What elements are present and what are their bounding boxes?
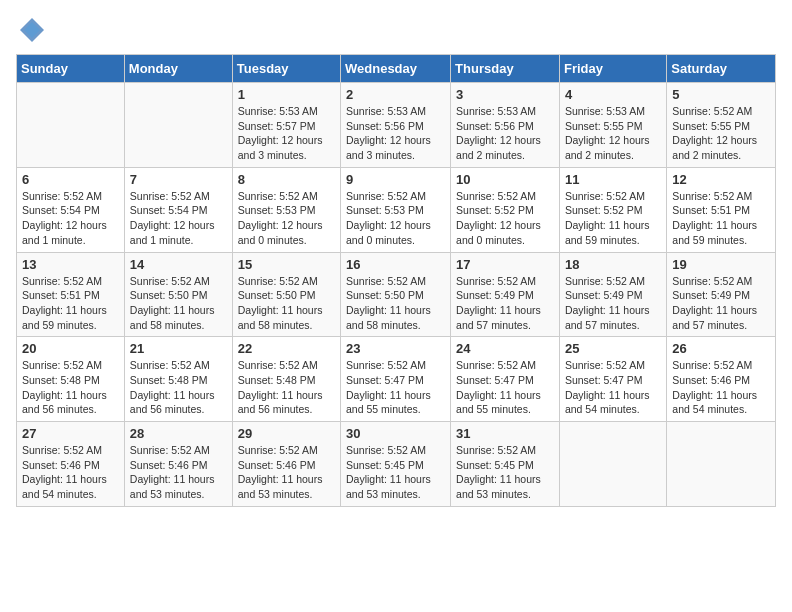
calendar-cell — [559, 422, 666, 507]
calendar-cell: 1Sunrise: 5:53 AM Sunset: 5:57 PM Daylig… — [232, 83, 340, 168]
calendar-cell: 3Sunrise: 5:53 AM Sunset: 5:56 PM Daylig… — [451, 83, 560, 168]
week-row-1: 1Sunrise: 5:53 AM Sunset: 5:57 PM Daylig… — [17, 83, 776, 168]
calendar-cell: 26Sunrise: 5:52 AM Sunset: 5:46 PM Dayli… — [667, 337, 776, 422]
calendar-cell: 16Sunrise: 5:52 AM Sunset: 5:50 PM Dayli… — [341, 252, 451, 337]
day-number: 17 — [456, 257, 554, 272]
day-number: 23 — [346, 341, 445, 356]
day-number: 25 — [565, 341, 661, 356]
calendar-cell: 15Sunrise: 5:52 AM Sunset: 5:50 PM Dayli… — [232, 252, 340, 337]
day-number: 19 — [672, 257, 770, 272]
cell-content: Sunrise: 5:52 AM Sunset: 5:51 PM Dayligh… — [22, 274, 119, 333]
week-row-5: 27Sunrise: 5:52 AM Sunset: 5:46 PM Dayli… — [17, 422, 776, 507]
day-number: 18 — [565, 257, 661, 272]
cell-content: Sunrise: 5:52 AM Sunset: 5:48 PM Dayligh… — [22, 358, 119, 417]
calendar-cell — [17, 83, 125, 168]
day-number: 15 — [238, 257, 335, 272]
day-number: 28 — [130, 426, 227, 441]
column-header-friday: Friday — [559, 55, 666, 83]
cell-content: Sunrise: 5:52 AM Sunset: 5:52 PM Dayligh… — [565, 189, 661, 248]
calendar-cell: 2Sunrise: 5:53 AM Sunset: 5:56 PM Daylig… — [341, 83, 451, 168]
day-number: 4 — [565, 87, 661, 102]
cell-content: Sunrise: 5:52 AM Sunset: 5:53 PM Dayligh… — [238, 189, 335, 248]
day-number: 10 — [456, 172, 554, 187]
day-number: 14 — [130, 257, 227, 272]
column-header-sunday: Sunday — [17, 55, 125, 83]
day-number: 29 — [238, 426, 335, 441]
calendar-cell: 7Sunrise: 5:52 AM Sunset: 5:54 PM Daylig… — [124, 167, 232, 252]
cell-content: Sunrise: 5:53 AM Sunset: 5:55 PM Dayligh… — [565, 104, 661, 163]
calendar-header-row: SundayMondayTuesdayWednesdayThursdayFrid… — [17, 55, 776, 83]
day-number: 21 — [130, 341, 227, 356]
cell-content: Sunrise: 5:52 AM Sunset: 5:49 PM Dayligh… — [565, 274, 661, 333]
cell-content: Sunrise: 5:52 AM Sunset: 5:48 PM Dayligh… — [238, 358, 335, 417]
calendar-cell: 10Sunrise: 5:52 AM Sunset: 5:52 PM Dayli… — [451, 167, 560, 252]
calendar-cell: 12Sunrise: 5:52 AM Sunset: 5:51 PM Dayli… — [667, 167, 776, 252]
cell-content: Sunrise: 5:52 AM Sunset: 5:51 PM Dayligh… — [672, 189, 770, 248]
calendar-cell — [124, 83, 232, 168]
calendar-cell: 28Sunrise: 5:52 AM Sunset: 5:46 PM Dayli… — [124, 422, 232, 507]
calendar-cell: 23Sunrise: 5:52 AM Sunset: 5:47 PM Dayli… — [341, 337, 451, 422]
cell-content: Sunrise: 5:52 AM Sunset: 5:54 PM Dayligh… — [22, 189, 119, 248]
cell-content: Sunrise: 5:53 AM Sunset: 5:56 PM Dayligh… — [456, 104, 554, 163]
cell-content: Sunrise: 5:52 AM Sunset: 5:47 PM Dayligh… — [346, 358, 445, 417]
column-header-monday: Monday — [124, 55, 232, 83]
calendar-cell: 14Sunrise: 5:52 AM Sunset: 5:50 PM Dayli… — [124, 252, 232, 337]
cell-content: Sunrise: 5:53 AM Sunset: 5:57 PM Dayligh… — [238, 104, 335, 163]
calendar-cell: 21Sunrise: 5:52 AM Sunset: 5:48 PM Dayli… — [124, 337, 232, 422]
day-number: 9 — [346, 172, 445, 187]
day-number: 24 — [456, 341, 554, 356]
cell-content: Sunrise: 5:52 AM Sunset: 5:54 PM Dayligh… — [130, 189, 227, 248]
calendar-cell: 20Sunrise: 5:52 AM Sunset: 5:48 PM Dayli… — [17, 337, 125, 422]
column-header-thursday: Thursday — [451, 55, 560, 83]
calendar-cell: 17Sunrise: 5:52 AM Sunset: 5:49 PM Dayli… — [451, 252, 560, 337]
calendar-cell: 29Sunrise: 5:52 AM Sunset: 5:46 PM Dayli… — [232, 422, 340, 507]
calendar-cell: 5Sunrise: 5:52 AM Sunset: 5:55 PM Daylig… — [667, 83, 776, 168]
calendar-cell: 13Sunrise: 5:52 AM Sunset: 5:51 PM Dayli… — [17, 252, 125, 337]
day-number: 11 — [565, 172, 661, 187]
calendar-table: SundayMondayTuesdayWednesdayThursdayFrid… — [16, 54, 776, 507]
day-number: 22 — [238, 341, 335, 356]
calendar-cell: 24Sunrise: 5:52 AM Sunset: 5:47 PM Dayli… — [451, 337, 560, 422]
calendar-cell: 18Sunrise: 5:52 AM Sunset: 5:49 PM Dayli… — [559, 252, 666, 337]
calendar-cell: 8Sunrise: 5:52 AM Sunset: 5:53 PM Daylig… — [232, 167, 340, 252]
cell-content: Sunrise: 5:52 AM Sunset: 5:52 PM Dayligh… — [456, 189, 554, 248]
column-header-wednesday: Wednesday — [341, 55, 451, 83]
cell-content: Sunrise: 5:52 AM Sunset: 5:49 PM Dayligh… — [456, 274, 554, 333]
day-number: 2 — [346, 87, 445, 102]
cell-content: Sunrise: 5:52 AM Sunset: 5:49 PM Dayligh… — [672, 274, 770, 333]
cell-content: Sunrise: 5:52 AM Sunset: 5:45 PM Dayligh… — [456, 443, 554, 502]
cell-content: Sunrise: 5:52 AM Sunset: 5:46 PM Dayligh… — [672, 358, 770, 417]
cell-content: Sunrise: 5:52 AM Sunset: 5:50 PM Dayligh… — [238, 274, 335, 333]
day-number: 7 — [130, 172, 227, 187]
day-number: 26 — [672, 341, 770, 356]
cell-content: Sunrise: 5:53 AM Sunset: 5:56 PM Dayligh… — [346, 104, 445, 163]
calendar-cell: 31Sunrise: 5:52 AM Sunset: 5:45 PM Dayli… — [451, 422, 560, 507]
cell-content: Sunrise: 5:52 AM Sunset: 5:47 PM Dayligh… — [565, 358, 661, 417]
calendar-cell: 22Sunrise: 5:52 AM Sunset: 5:48 PM Dayli… — [232, 337, 340, 422]
day-number: 13 — [22, 257, 119, 272]
column-header-tuesday: Tuesday — [232, 55, 340, 83]
day-number: 12 — [672, 172, 770, 187]
calendar-cell: 19Sunrise: 5:52 AM Sunset: 5:49 PM Dayli… — [667, 252, 776, 337]
cell-content: Sunrise: 5:52 AM Sunset: 5:45 PM Dayligh… — [346, 443, 445, 502]
day-number: 27 — [22, 426, 119, 441]
week-row-4: 20Sunrise: 5:52 AM Sunset: 5:48 PM Dayli… — [17, 337, 776, 422]
cell-content: Sunrise: 5:52 AM Sunset: 5:46 PM Dayligh… — [238, 443, 335, 502]
day-number: 5 — [672, 87, 770, 102]
calendar-cell — [667, 422, 776, 507]
calendar-cell: 9Sunrise: 5:52 AM Sunset: 5:53 PM Daylig… — [341, 167, 451, 252]
cell-content: Sunrise: 5:52 AM Sunset: 5:46 PM Dayligh… — [130, 443, 227, 502]
cell-content: Sunrise: 5:52 AM Sunset: 5:55 PM Dayligh… — [672, 104, 770, 163]
calendar-cell: 27Sunrise: 5:52 AM Sunset: 5:46 PM Dayli… — [17, 422, 125, 507]
cell-content: Sunrise: 5:52 AM Sunset: 5:50 PM Dayligh… — [346, 274, 445, 333]
calendar-cell: 4Sunrise: 5:53 AM Sunset: 5:55 PM Daylig… — [559, 83, 666, 168]
day-number: 31 — [456, 426, 554, 441]
column-header-saturday: Saturday — [667, 55, 776, 83]
logo — [16, 16, 46, 44]
cell-content: Sunrise: 5:52 AM Sunset: 5:47 PM Dayligh… — [456, 358, 554, 417]
day-number: 1 — [238, 87, 335, 102]
cell-content: Sunrise: 5:52 AM Sunset: 5:53 PM Dayligh… — [346, 189, 445, 248]
cell-content: Sunrise: 5:52 AM Sunset: 5:46 PM Dayligh… — [22, 443, 119, 502]
day-number: 6 — [22, 172, 119, 187]
week-row-3: 13Sunrise: 5:52 AM Sunset: 5:51 PM Dayli… — [17, 252, 776, 337]
